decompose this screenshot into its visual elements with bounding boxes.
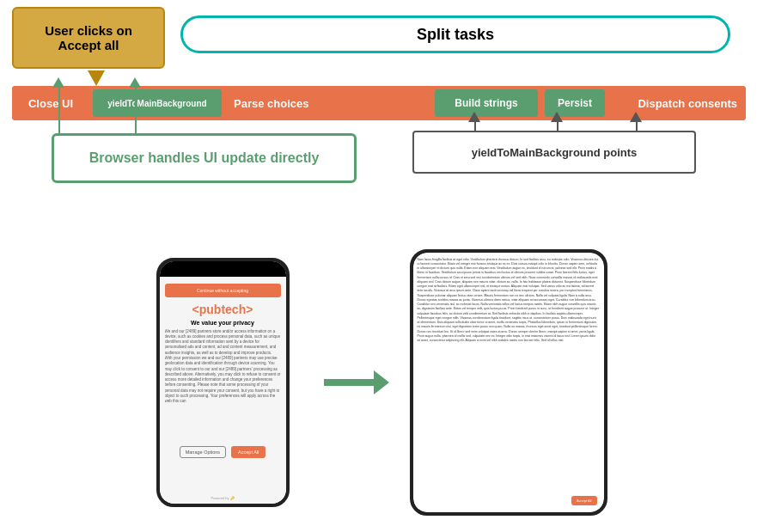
phone1: Continue without accepting <pubtech> We … — [156, 258, 290, 507]
diagram-area: User clicks on Accept all Split tasks Cl… — [0, 0, 763, 232]
phone1-consent-bar: Continue without accepting — [165, 284, 281, 297]
phone2-body-text: Nam lacus fringilla facilisis at eget od… — [418, 258, 599, 343]
browser-handles-box: Browser handles UI update directly — [52, 133, 357, 183]
manage-options-button[interactable]: Manage Options — [180, 446, 226, 458]
arrow-head-close — [52, 77, 64, 88]
close-ui-segment: Close UI — [12, 86, 89, 120]
phone1-logo: <pubtech> — [192, 303, 253, 316]
phone1-content: Continue without accepting <pubtech> We … — [160, 277, 286, 504]
yield-points-box: yieldToMainBackground points — [412, 131, 696, 174]
split-tasks-label: Split tasks — [417, 26, 494, 44]
split-tasks-pill: Split tasks — [180, 15, 730, 53]
arrow-shaft — [324, 379, 375, 386]
phone1-screen: Continue without accepting <pubtech> We … — [160, 261, 286, 504]
yield1-segment: yieldToMainBackground — [93, 89, 222, 117]
arrow-head-persist — [551, 112, 563, 122]
phone1-privacy-title: We value your privacy — [191, 320, 254, 326]
dispatch-consents-segment: Dispatch consents — [608, 86, 746, 120]
arrow-v-close — [58, 86, 60, 133]
arrow-head-yield — [129, 77, 141, 88]
arrow-head-dispatch — [630, 112, 642, 122]
phone2-screen: Nam lacus fringilla facilisis at eget od… — [413, 253, 604, 512]
arrow-v-yield — [135, 86, 137, 133]
phone2-text-content: Nam lacus fringilla facilisis at eget od… — [413, 253, 604, 512]
build-strings-segment: Build strings — [435, 89, 538, 117]
browser-handles-text: Browser handles UI update directly — [89, 150, 320, 166]
phone1-status-bar — [160, 261, 286, 277]
phones-area: Continue without accepting <pubtech> We … — [0, 232, 763, 532]
phone1-privacy-text: We and our [2489] partners store and/or … — [165, 329, 281, 405]
phone1-buttons: Manage Options Accept All — [165, 446, 281, 462]
phone1-powered-by: Powered by 🔑 — [211, 496, 234, 500]
yield-points-text: yieldToMainBackground points — [472, 146, 638, 159]
user-clicks-box: User clicks on Accept all — [12, 7, 165, 69]
parse-choices-segment: Parse choices — [225, 86, 431, 120]
arrow-between-phones — [324, 379, 375, 386]
phone1-notch — [201, 265, 244, 273]
arrow-head-build — [468, 112, 480, 122]
phone2-accept-highlight[interactable]: Accept All — [571, 496, 597, 505]
user-clicks-label: User clicks on Accept all — [45, 23, 132, 52]
arrow-down-from-user — [88, 70, 105, 86]
phone2: Nam lacus fringilla facilisis at eget od… — [410, 249, 607, 516]
accept-all-button[interactable]: Accept All — [231, 446, 266, 458]
